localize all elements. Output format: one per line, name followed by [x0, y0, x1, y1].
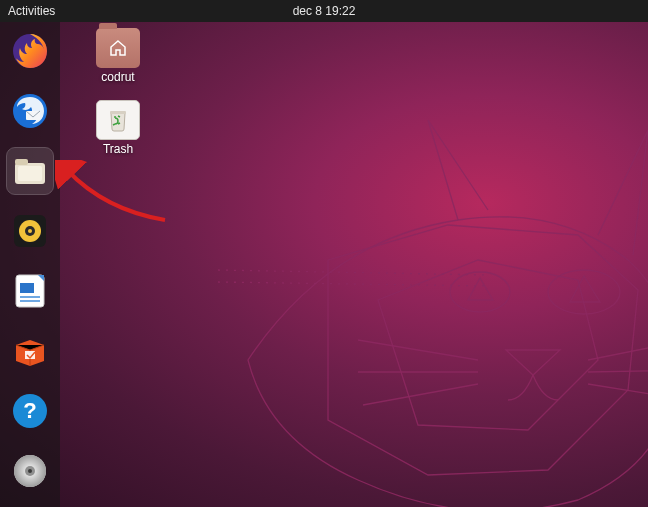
- dock: ?: [0, 22, 60, 507]
- dock-help[interactable]: ?: [7, 388, 53, 434]
- svg-rect-12: [20, 296, 40, 298]
- thunderbird-icon: [10, 91, 50, 131]
- svg-point-9: [28, 229, 32, 233]
- desktop-icon-home[interactable]: codrut: [80, 28, 156, 84]
- firefox-icon: [10, 31, 50, 71]
- svg-text:?: ?: [23, 398, 36, 423]
- writer-icon: [10, 271, 50, 311]
- svg-rect-4: [15, 159, 28, 165]
- disc-icon: [10, 451, 50, 491]
- files-icon: [10, 151, 50, 191]
- svg-rect-13: [20, 300, 40, 302]
- dock-rhythmbox[interactable]: [7, 208, 53, 254]
- dock-files[interactable]: [7, 148, 53, 194]
- svg-rect-21: [110, 111, 126, 114]
- svg-rect-11: [20, 283, 34, 293]
- dock-firefox[interactable]: [7, 28, 53, 74]
- desktop-icon-label: Trash: [103, 142, 133, 156]
- folder-icon: [96, 28, 140, 68]
- dock-libreoffice-writer[interactable]: [7, 268, 53, 314]
- activities-button[interactable]: Activities: [8, 4, 55, 18]
- home-icon: [108, 39, 128, 57]
- dock-thunderbird[interactable]: [7, 88, 53, 134]
- desktop[interactable]: codrut Trash: [60, 22, 648, 507]
- desktop-icon-trash[interactable]: Trash: [80, 100, 156, 156]
- svg-point-20: [28, 469, 32, 473]
- trash-icon: [96, 100, 140, 140]
- top-bar: Activities dec 8 19:22: [0, 0, 648, 22]
- help-icon: ?: [10, 391, 50, 431]
- svg-rect-5: [18, 166, 42, 181]
- dock-disc[interactable]: [7, 448, 53, 494]
- software-icon: [10, 331, 50, 371]
- dock-ubuntu-software[interactable]: [7, 328, 53, 374]
- speaker-icon: [10, 211, 50, 251]
- desktop-icon-label: codrut: [101, 70, 134, 84]
- clock[interactable]: dec 8 19:22: [293, 4, 356, 18]
